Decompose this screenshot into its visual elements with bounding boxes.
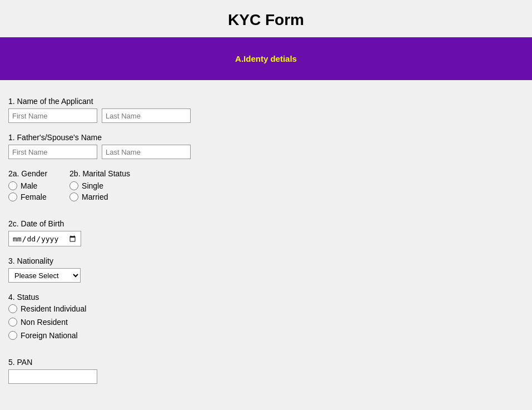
gender-male-option[interactable]: Male — [8, 181, 47, 190]
applicant-name-label: 1. Name of the Applicant — [8, 97, 524, 106]
gender-female-label: Female — [21, 192, 47, 201]
status-resident-option[interactable]: Resident Individual — [8, 304, 524, 313]
gender-male-label: Male — [21, 181, 37, 190]
dob-label: 2c. Date of Birth — [8, 219, 524, 228]
status-resident-radio[interactable] — [8, 304, 17, 313]
applicant-name-group: 1. Name of the Applicant — [8, 97, 524, 123]
status-options-container: Resident Individual Non Resident Foreign… — [8, 304, 524, 342]
gender-marital-section: 2a. Gender Male Female 2b. Marital Statu… — [8, 169, 524, 204]
status-foreign-option[interactable]: Foreign National — [8, 331, 524, 340]
status-resident-label: Resident Individual — [21, 304, 86, 313]
marital-married-label: Married — [82, 192, 108, 201]
status-nonresident-radio[interactable] — [8, 318, 17, 327]
gender-male-radio[interactable] — [8, 181, 17, 190]
pan-group: 5. PAN — [8, 358, 524, 384]
marital-group: 2b. Marital Status Single Married — [69, 169, 130, 204]
marital-single-radio[interactable] — [69, 181, 78, 190]
pan-label: 5. PAN — [8, 358, 524, 367]
pan-input[interactable] — [8, 369, 97, 384]
marital-married-option[interactable]: Married — [69, 192, 130, 201]
father-spouse-name-group: 1. Father's/Spouse's Name — [8, 133, 524, 159]
status-group: 4. Status Resident Individual Non Reside… — [8, 293, 524, 342]
nationality-select[interactable]: Please Select Indian Other — [8, 268, 81, 283]
section-a-header: A.Identy detials — [0, 37, 532, 80]
nationality-group: 3. Nationality Please Select Indian Othe… — [8, 256, 524, 283]
status-label: 4. Status — [8, 293, 524, 302]
marital-married-radio[interactable] — [69, 192, 78, 201]
gender-female-radio[interactable] — [8, 192, 17, 201]
marital-label: 2b. Marital Status — [69, 169, 130, 178]
gender-label: 2a. Gender — [8, 169, 47, 178]
father-spouse-name-label: 1. Father's/Spouse's Name — [8, 133, 524, 142]
status-foreign-radio[interactable] — [8, 331, 17, 340]
status-foreign-label: Foreign National — [21, 331, 78, 340]
status-nonresident-label: Non Resident — [21, 318, 68, 327]
gender-female-option[interactable]: Female — [8, 192, 47, 201]
status-nonresident-option[interactable]: Non Resident — [8, 318, 524, 327]
marital-single-option[interactable]: Single — [69, 181, 130, 190]
nationality-label: 3. Nationality — [8, 256, 524, 265]
applicant-first-name-input[interactable] — [8, 108, 97, 123]
marital-single-label: Single — [82, 181, 103, 190]
gender-group: 2a. Gender Male Female — [8, 169, 47, 204]
applicant-last-name-input[interactable] — [102, 108, 191, 123]
father-first-name-input[interactable] — [8, 145, 97, 159]
dob-group: 2c. Date of Birth — [8, 219, 524, 246]
father-last-name-input[interactable] — [102, 145, 191, 159]
page-title: KYC Form — [0, 0, 532, 37]
dob-input[interactable] — [8, 231, 81, 246]
